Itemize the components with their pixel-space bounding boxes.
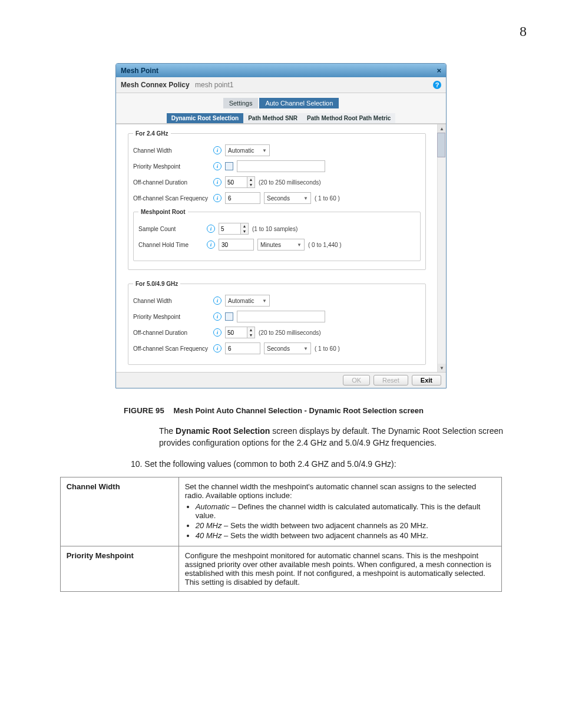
chevron-down-icon: ▼	[303, 346, 308, 351]
sub-tab-row: Dynamic Root Selection Path Method SNR P…	[116, 111, 446, 124]
label-off-channel-scan-freq: Off-channel Scan Frequency	[133, 195, 210, 202]
channel-width-select-24[interactable]: Automatic ▼	[225, 144, 270, 156]
spinner-down-icon[interactable]: ▼	[247, 182, 254, 187]
unit-minutes: Minutes	[260, 242, 281, 248]
info-icon[interactable]: i	[213, 162, 222, 170]
channel-width-value-50: Automatic	[228, 298, 254, 304]
dialog-title: Mesh Point	[121, 67, 158, 75]
close-icon[interactable]: ×	[437, 66, 441, 75]
dialog-button-bar: OK Reset Exit	[116, 372, 446, 388]
unit-seconds: Seconds	[267, 345, 290, 352]
label-off-channel-scan-freq: Off-channel Scan Frequency	[133, 345, 210, 352]
off-channel-scan-unit-24[interactable]: Seconds ▼	[264, 192, 311, 204]
info-icon[interactable]: i	[213, 178, 222, 186]
sample-count-input[interactable]	[219, 223, 240, 234]
info-icon[interactable]: i	[213, 297, 222, 305]
priority-meshpoint-checkbox-24[interactable]	[225, 162, 233, 170]
figure-caption: FIGURE 95 Mesh Point Auto Channel Select…	[124, 406, 527, 415]
channel-width-select-50[interactable]: Automatic ▼	[225, 295, 270, 307]
channel-width-value-24: Automatic	[228, 147, 254, 154]
spinner-up-icon[interactable]: ▲	[247, 177, 254, 182]
exit-button[interactable]: Exit	[412, 375, 441, 386]
spinner-down-icon[interactable]: ▼	[247, 332, 254, 338]
dialog-subtitle-bar: Mesh Connex Policy mesh point1 ?	[116, 77, 446, 93]
figure-number: FIGURE 95	[124, 406, 164, 415]
fieldset-24ghz: For 2.4 GHz Channel Width i Automatic ▼ …	[128, 130, 426, 270]
dialog-title-bar: Mesh Point ×	[116, 64, 446, 77]
off-channel-duration-input-50[interactable]	[226, 327, 247, 338]
channel-hold-time-unit[interactable]: Minutes ▼	[257, 239, 305, 251]
info-icon[interactable]: i	[213, 312, 222, 321]
chevron-down-icon: ▼	[297, 242, 302, 248]
chevron-down-icon: ▼	[262, 298, 267, 304]
legend-50ghz: For 5.0/4.9 GHz	[133, 281, 180, 287]
channel-hold-time-input[interactable]	[219, 239, 254, 251]
text-italic: Automatic	[196, 502, 230, 511]
mesh-point-dialog: Mesh Point × Mesh Connex Policy mesh poi…	[115, 63, 447, 388]
off-channel-duration-hint: (20 to 250 milliseconds)	[259, 330, 321, 336]
info-icon[interactable]: i	[213, 194, 222, 202]
label-channel-width: Channel Width	[133, 147, 210, 154]
label-off-channel-duration: Off-channel Duration	[133, 179, 210, 186]
off-channel-duration-input-24[interactable]	[226, 177, 247, 187]
off-channel-scan-input-50[interactable]	[225, 342, 260, 354]
off-channel-scan-input-24[interactable]	[225, 192, 260, 204]
text: – Sets the width between two adjacent ch…	[222, 531, 428, 540]
ok-button[interactable]: OK	[343, 375, 370, 386]
priority-meshpoint-input-24[interactable]	[237, 160, 325, 172]
sample-count-hint: (1 to 10 samples)	[252, 226, 297, 232]
subtab-path-root[interactable]: Path Method Root Path Metric	[302, 113, 395, 123]
text-bold: Dynamic Root Selection	[176, 426, 270, 436]
legend-24ghz: For 2.4 GHz	[133, 130, 171, 137]
info-icon[interactable]: i	[207, 241, 215, 249]
off-channel-duration-spinner-50[interactable]: ▲▼	[225, 327, 255, 338]
chevron-down-icon: ▼	[262, 148, 267, 153]
off-channel-scan-unit-50[interactable]: Seconds ▼	[264, 342, 311, 354]
text-italic: 20 MHz	[196, 521, 222, 530]
tab-auto-channel-selection[interactable]: Auto Channel Selection	[259, 98, 339, 108]
info-icon[interactable]: i	[213, 328, 222, 337]
subtab-dynamic-root[interactable]: Dynamic Root Selection	[167, 113, 243, 123]
scrollbar[interactable]: ▲ ▼	[437, 124, 446, 372]
tab-settings[interactable]: Settings	[223, 98, 259, 108]
priority-meshpoint-checkbox-50[interactable]	[225, 312, 233, 321]
scroll-down-icon[interactable]: ▼	[438, 364, 446, 372]
page-number: 8	[35, 24, 527, 39]
subtab-path-snr[interactable]: Path Method SNR	[243, 113, 302, 123]
list-item: 20 MHz – Sets the width between two adja…	[196, 521, 496, 530]
reset-button[interactable]: Reset	[373, 375, 408, 386]
fieldset-meshpoint-root: Meshpoint Root Sample Count i ▲▼ (1 to 1…	[133, 209, 421, 261]
main-tab-row: Settings Auto Channel Selection	[116, 93, 446, 111]
label-sample-count: Sample Count	[138, 226, 203, 232]
spinner-up-icon[interactable]: ▲	[241, 223, 248, 229]
list-item: Automatic – Defines the channel width is…	[196, 502, 496, 520]
policy-name: mesh point1	[195, 81, 233, 89]
label-off-channel-duration: Off-channel Duration	[133, 330, 210, 336]
chevron-down-icon: ▼	[303, 196, 308, 201]
cell-label: Priority Meshpoint	[60, 546, 178, 592]
info-icon[interactable]: i	[213, 146, 222, 154]
scan-hint: ( 1 to 60 )	[315, 195, 340, 202]
policy-label: Mesh Connex Policy	[121, 81, 190, 89]
help-icon[interactable]: ?	[433, 81, 441, 89]
spinner-down-icon[interactable]: ▼	[241, 229, 248, 234]
body-paragraph: The Dynamic Root Selection screen displa…	[159, 426, 509, 449]
off-channel-duration-spinner-24[interactable]: ▲▼	[225, 176, 255, 188]
scroll-up-icon[interactable]: ▲	[438, 124, 446, 133]
scroll-thumb[interactable]	[437, 133, 445, 157]
label-channel-width: Channel Width	[133, 298, 210, 304]
info-icon[interactable]: i	[207, 225, 215, 233]
settings-panel: ▲ ▼ For 2.4 GHz Channel Width i Automati…	[116, 124, 446, 372]
cell-label: Channel Width	[60, 477, 178, 546]
scan-hint: ( 1 to 60 )	[315, 345, 340, 352]
fieldset-50ghz: For 5.0/4.9 GHz Channel Width i Automati…	[128, 281, 426, 365]
table-row: Channel Width Set the channel width the …	[60, 477, 502, 546]
label-priority-meshpoint: Priority Meshpoint	[133, 163, 210, 170]
unit-seconds: Seconds	[267, 195, 290, 202]
info-icon[interactable]: i	[213, 344, 222, 353]
cell-description: Configure the meshpoint monitored for au…	[178, 546, 502, 592]
legend-meshpoint-root: Meshpoint Root	[138, 209, 188, 215]
spinner-up-icon[interactable]: ▲	[247, 327, 254, 332]
sample-count-spinner[interactable]: ▲▼	[219, 223, 249, 235]
priority-meshpoint-input-50[interactable]	[237, 311, 325, 322]
